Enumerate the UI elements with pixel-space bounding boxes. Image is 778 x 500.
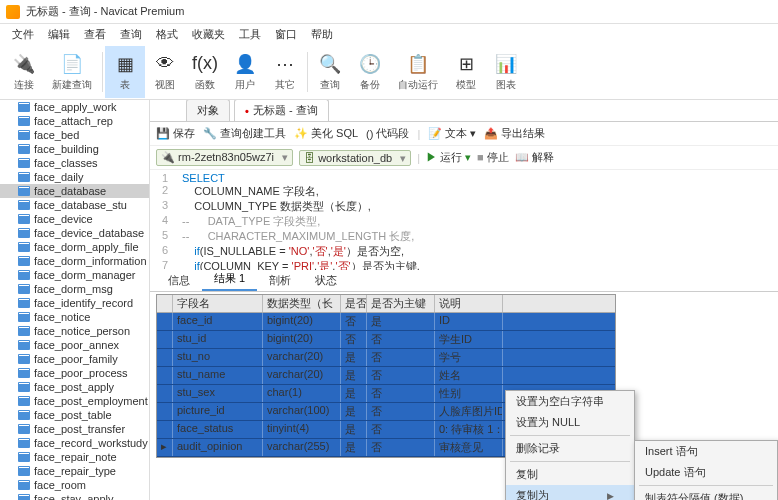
- menu-帮助[interactable]: 帮助: [305, 25, 339, 44]
- col-1[interactable]: 字段名: [173, 295, 263, 312]
- tree-item-face_identify_record[interactable]: face_identify_record: [0, 296, 149, 310]
- sub-insert[interactable]: Insert 语句: [635, 441, 777, 462]
- ctx-delete[interactable]: 删除记录: [506, 438, 634, 459]
- text-button[interactable]: 📝 文本 ▾: [428, 126, 476, 141]
- tree-item-face_dorm_apply_file[interactable]: face_dorm_apply_file: [0, 240, 149, 254]
- grid-row[interactable]: face_idbigint(20)否是ID: [157, 313, 615, 331]
- tree-item-face_post_employment[interactable]: face_post_employment: [0, 394, 149, 408]
- tree-item-face_classes[interactable]: face_classes: [0, 156, 149, 170]
- toolbtn-表[interactable]: ▦表: [105, 46, 145, 98]
- tree-item-face_repair_note[interactable]: face_repair_note: [0, 450, 149, 464]
- tree-item-face_dorm_manager[interactable]: face_dorm_manager: [0, 268, 149, 282]
- ctx-copy-as[interactable]: 复制为▶: [506, 485, 634, 500]
- toolbtn-图表[interactable]: 📊图表: [486, 46, 526, 98]
- sub-update[interactable]: Update 语句: [635, 462, 777, 483]
- col-5[interactable]: 说明: [435, 295, 503, 312]
- table-icon: [18, 228, 30, 238]
- unsaved-icon: •: [245, 105, 249, 117]
- menu-查看[interactable]: 查看: [78, 25, 112, 44]
- toolbtn-查询[interactable]: 🔍查询: [310, 46, 350, 98]
- tree-item-face_poor_annex[interactable]: face_poor_annex: [0, 338, 149, 352]
- tree-item-face_building[interactable]: face_building: [0, 142, 149, 156]
- sql-editor[interactable]: 1SELECT2 COLUMN_NAME 字段名,3 COLUMN_TYPE 数…: [150, 170, 778, 270]
- explain-button[interactable]: 📖 解释: [515, 150, 554, 165]
- tree-item-face_apply_work[interactable]: face_apply_work: [0, 100, 149, 114]
- menu-编辑[interactable]: 编辑: [42, 25, 76, 44]
- server-combo[interactable]: 🔌 rm-2zetn83n05wz7i: [156, 149, 293, 166]
- tree-item-face_poor_process[interactable]: face_poor_process: [0, 366, 149, 380]
- ctx-set-blank[interactable]: 设置为空白字符串: [506, 391, 634, 412]
- toolbtn-新建查询[interactable]: 📄新建查询: [44, 46, 100, 98]
- tab-objects[interactable]: 对象: [186, 100, 230, 121]
- object-tree[interactable]: face_apply_workface_attach_repface_bedfa…: [0, 100, 150, 500]
- tree-item-face_notice[interactable]: face_notice: [0, 310, 149, 324]
- tree-item-face_repair_type[interactable]: face_repair_type: [0, 464, 149, 478]
- tree-item-face_device_database[interactable]: face_device_database: [0, 226, 149, 240]
- grid-row[interactable]: stu_namevarchar(20)是否姓名: [157, 367, 615, 385]
- tree-item-face_stay_apply[interactable]: face_stay_apply: [0, 492, 149, 500]
- tree-item-face_database[interactable]: face_database: [0, 184, 149, 198]
- col-2[interactable]: 数据类型（长: [263, 295, 341, 312]
- menu-工具[interactable]: 工具: [233, 25, 267, 44]
- col-3[interactable]: 是否为空: [341, 295, 367, 312]
- save-button[interactable]: 💾 保存: [156, 126, 195, 141]
- table-icon: [18, 340, 30, 350]
- result-tabs: 信息 结果 1 剖析 状态: [150, 270, 778, 292]
- context-submenu[interactable]: Insert 语句 Update 语句 制表符分隔值 (数据) 制表符分隔值 (…: [634, 440, 778, 500]
- toolbtn-函数[interactable]: f(x)函数: [185, 46, 225, 98]
- toolbtn-其它[interactable]: ⋯其它: [265, 46, 305, 98]
- sub-tab-data[interactable]: 制表符分隔值 (数据): [635, 488, 777, 500]
- tree-item-face_post_transfer[interactable]: face_post_transfer: [0, 422, 149, 436]
- tree-item-face_dorm_msg[interactable]: face_dorm_msg: [0, 282, 149, 296]
- tree-item-face_bed[interactable]: face_bed: [0, 128, 149, 142]
- toolbtn-备份[interactable]: 🕒备份: [350, 46, 390, 98]
- tree-item-face_attach_rep[interactable]: face_attach_rep: [0, 114, 149, 128]
- tree-item-face_room[interactable]: face_room: [0, 478, 149, 492]
- tree-item-face_record_workstudy[interactable]: face_record_workstudy: [0, 436, 149, 450]
- toolbtn-自动运行[interactable]: 📋自动运行: [390, 46, 446, 98]
- table-icon: [18, 298, 30, 308]
- tree-item-face_daily[interactable]: face_daily: [0, 170, 149, 184]
- tree-item-face_poor_family[interactable]: face_poor_family: [0, 352, 149, 366]
- connection-bar: 🔌 rm-2zetn83n05wz7i 🗄 workstation_db | ▶…: [150, 146, 778, 170]
- table-icon: [18, 382, 30, 392]
- stop-button[interactable]: ■ 停止: [477, 150, 509, 165]
- menu-格式[interactable]: 格式: [150, 25, 184, 44]
- menu-收藏夹[interactable]: 收藏夹: [186, 25, 231, 44]
- tree-item-face_post_table[interactable]: face_post_table: [0, 408, 149, 422]
- context-menu[interactable]: 设置为空白字符串 设置为 NULL 删除记录 复制 复制为▶ 粘贴 显示▶: [505, 390, 635, 500]
- table-icon: [18, 396, 30, 406]
- tree-item-face_dorm_information[interactable]: face_dorm_information: [0, 254, 149, 268]
- toolbtn-模型[interactable]: ⊞模型: [446, 46, 486, 98]
- tab-profile[interactable]: 剖析: [257, 270, 303, 291]
- menu-查询[interactable]: 查询: [114, 25, 148, 44]
- col-0[interactable]: [157, 295, 173, 312]
- tree-item-face_device[interactable]: face_device: [0, 212, 149, 226]
- grid-row[interactable]: stu_idbigint(20)否否学生ID: [157, 331, 615, 349]
- col-4[interactable]: 是否为主键: [367, 295, 435, 312]
- toolbtn-视图[interactable]: 👁视图: [145, 46, 185, 98]
- beautify-sql-button[interactable]: ✨ 美化 SQL: [294, 126, 358, 141]
- code-snippet-button[interactable]: () 代码段: [366, 126, 409, 141]
- query-builder-button[interactable]: 🔧 查询创建工具: [203, 126, 286, 141]
- toolbtn-连接[interactable]: 🔌连接: [4, 46, 44, 98]
- menu-文件[interactable]: 文件: [6, 25, 40, 44]
- run-button[interactable]: ▶ 运行 ▾: [426, 150, 471, 165]
- ctx-copy[interactable]: 复制: [506, 464, 634, 485]
- menu-窗口[interactable]: 窗口: [269, 25, 303, 44]
- table-icon: [18, 116, 30, 126]
- database-combo[interactable]: 🗄 workstation_db: [299, 150, 411, 166]
- ctx-set-null[interactable]: 设置为 NULL: [506, 412, 634, 433]
- tree-item-face_post_apply[interactable]: face_post_apply: [0, 380, 149, 394]
- grid-row[interactable]: stu_novarchar(20)是否学号: [157, 349, 615, 367]
- tab-query[interactable]: •无标题 - 查询: [234, 100, 329, 121]
- export-button[interactable]: 📤 导出结果: [484, 126, 545, 141]
- query-toolbar: 💾 保存 🔧 查询创建工具 ✨ 美化 SQL () 代码段 | 📝 文本 ▾ 📤…: [150, 122, 778, 146]
- tab-status[interactable]: 状态: [303, 270, 349, 291]
- tab-result1[interactable]: 结果 1: [202, 268, 257, 291]
- 新建查询-icon: 📄: [60, 52, 84, 76]
- tree-item-face_database_stu[interactable]: face_database_stu: [0, 198, 149, 212]
- tree-item-face_notice_person[interactable]: face_notice_person: [0, 324, 149, 338]
- tab-info[interactable]: 信息: [156, 270, 202, 291]
- toolbtn-用户[interactable]: 👤用户: [225, 46, 265, 98]
